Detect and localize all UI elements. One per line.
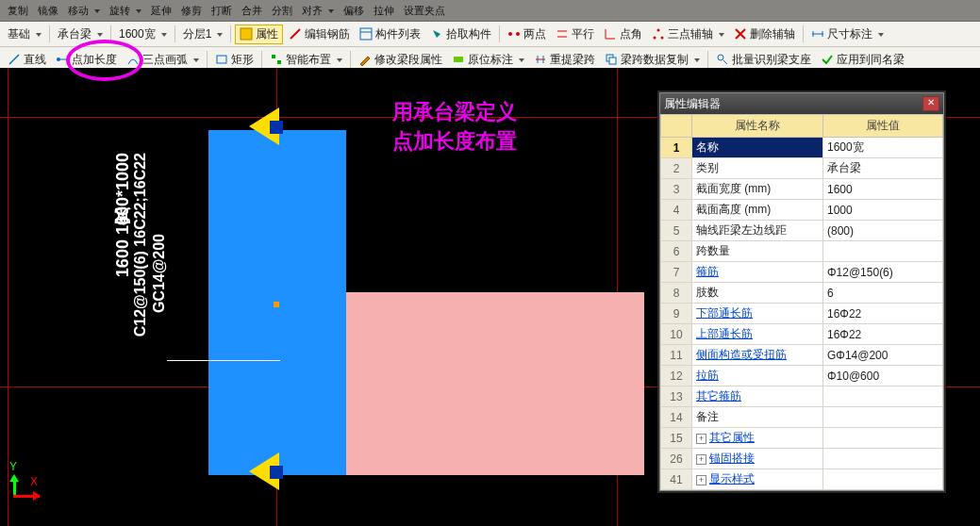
row-name: 截面宽度 (mm) [692, 179, 823, 200]
property-row[interactable]: 13其它箍筋 [661, 386, 943, 407]
btn-line[interactable]: 直线 [4, 51, 50, 69]
row-value[interactable] [823, 428, 943, 449]
tb0-item[interactable]: 偏移 [340, 3, 368, 19]
grip-handle[interactable] [270, 121, 283, 134]
row-value[interactable]: GΦ14@200 [823, 345, 943, 366]
property-row[interactable]: 5轴线距梁左边线距(800) [661, 221, 943, 241]
property-row[interactable]: 10上部通长筋16Φ22 [661, 324, 943, 345]
btn-parallel[interactable]: 平行 [552, 25, 598, 43]
property-row[interactable]: 2类别承台梁 [661, 158, 943, 179]
property-row[interactable]: 6跨数量 [661, 241, 943, 262]
row-value[interactable]: 1600 [823, 179, 943, 200]
dd-foundation[interactable]: 基础 [4, 25, 45, 43]
property-row[interactable]: 15+其它属性 [661, 428, 943, 449]
svg-point-7 [654, 37, 656, 40]
property-row[interactable]: 41+显示样式 [661, 469, 943, 490]
x-axis-label: X [30, 475, 38, 488]
grip-handle[interactable] [270, 466, 283, 479]
row-index: 26 [661, 449, 692, 469]
center-handle[interactable] [274, 302, 279, 307]
tb0-item[interactable]: 设置夹点 [400, 3, 449, 19]
row-name: 其它箍筋 [692, 386, 823, 407]
dd-width[interactable]: 1600宽 [115, 25, 171, 43]
property-row[interactable]: 11侧面构造或受扭筋GΦ14@200 [661, 345, 943, 366]
tb0-item[interactable]: 合并 [238, 3, 266, 19]
tb0-item[interactable]: 移动 [64, 3, 104, 19]
tb0-item[interactable]: 复制 [4, 3, 32, 19]
btn-member-list[interactable]: 构件列表 [356, 25, 424, 43]
property-row[interactable]: 7箍筋Φ12@150(6) [661, 262, 943, 283]
x-axis-arrow [13, 495, 40, 498]
expand-icon[interactable]: + [696, 454, 706, 465]
btn-batch-identify[interactable]: 批量识别梁支座 [712, 51, 815, 69]
panel-titlebar[interactable]: 属性编辑器 ✕ [660, 93, 943, 114]
svg-rect-1 [360, 28, 372, 40]
close-button[interactable]: ✕ [922, 96, 939, 111]
btn-threepoint-aux[interactable]: 三点辅轴 [648, 25, 728, 43]
btn-twopoint[interactable]: 两点 [504, 25, 550, 43]
row-value[interactable] [823, 241, 943, 262]
svg-rect-16 [217, 56, 226, 63]
row-value[interactable]: Φ10@600 [823, 366, 943, 386]
row-value[interactable]: 1000 [823, 200, 943, 221]
tb0-item[interactable]: 延伸 [147, 3, 175, 19]
batch-icon [716, 53, 729, 66]
row-value[interactable]: 6 [823, 283, 943, 304]
expand-icon[interactable]: + [696, 475, 706, 485]
property-row[interactable]: 3截面宽度 (mm)1600 [661, 179, 943, 200]
property-editor-panel[interactable]: 属性编辑器 ✕ 属性名称 属性值 1名称1600宽2类别承台梁3截面宽度 (mm… [659, 92, 944, 491]
tb0-item[interactable]: 打断 [208, 3, 236, 19]
property-table: 属性名称 属性值 1名称1600宽2类别承台梁3截面宽度 (mm)16004截面… [660, 114, 943, 490]
row-value[interactable] [823, 449, 943, 469]
tb0-item[interactable]: 分割 [268, 3, 296, 19]
col-value: 属性值 [823, 115, 943, 138]
tb0-item[interactable]: 旋转 [106, 3, 145, 19]
btn-smart[interactable]: 智能布置 [266, 51, 346, 69]
btn-copy-span[interactable]: 梁跨数据复制 [601, 51, 704, 69]
tb0-item[interactable]: 拉伸 [370, 3, 398, 19]
tb0-item[interactable]: 镜像 [34, 3, 62, 19]
property-row[interactable]: 26+锚固搭接 [661, 449, 943, 469]
row-value[interactable]: 16Φ22 [823, 324, 943, 345]
property-row[interactable]: 12拉筋Φ10@600 [661, 366, 943, 386]
btn-rect[interactable]: 矩形 [211, 51, 257, 69]
btn-angle[interactable]: 点角 [600, 25, 646, 43]
btn-respan[interactable]: 重提梁跨 [530, 51, 599, 69]
tb0-item[interactable]: 对齐 [298, 3, 338, 19]
property-row[interactable]: 4截面高度 (mm)1000 [661, 200, 943, 221]
row-value[interactable]: Φ12@150(6) [823, 262, 943, 283]
axis-line-v [8, 68, 8, 526]
row-value[interactable] [823, 386, 943, 407]
property-row[interactable]: 9下部通长筋16Φ22 [661, 304, 943, 324]
btn-property[interactable]: 属性 [235, 25, 283, 44]
property-row[interactable]: 8肢数6 [661, 283, 943, 304]
svg-point-25 [718, 55, 723, 60]
annotation-text: 用承台梁定义点加长度布置 [392, 98, 517, 156]
row-value[interactable]: 16Φ22 [823, 304, 943, 324]
btn-dimension[interactable]: 尺寸标注 [807, 25, 888, 43]
expand-icon[interactable]: + [696, 434, 706, 444]
row-value[interactable]: 1600宽 [823, 138, 943, 158]
row-value[interactable]: 承台梁 [823, 158, 943, 179]
svg-point-14 [57, 58, 60, 61]
row-name: 轴线距梁左边线距 [692, 221, 823, 241]
btn-edit-span[interactable]: 修改梁段属性 [355, 51, 446, 69]
row-name: 下部通长筋 [692, 304, 823, 324]
btn-edit-rebar[interactable]: 编辑钢筋 [285, 25, 354, 43]
btn-inplace[interactable]: 原位标注 [448, 51, 528, 69]
row-value[interactable] [823, 469, 943, 490]
row-index: 14 [661, 407, 692, 428]
btn-apply-same[interactable]: 应用到同名梁 [817, 51, 908, 69]
dd-layer[interactable]: 分层1 [179, 25, 227, 43]
property-row[interactable]: 1名称1600宽 [661, 138, 943, 158]
smart-icon [270, 53, 283, 66]
row-index: 8 [661, 283, 692, 304]
tb0-item[interactable]: 修剪 [177, 3, 206, 19]
property-row[interactable]: 14备注 [661, 407, 943, 428]
row-value[interactable]: (800) [823, 221, 943, 241]
toolbar-category: 基础 承台梁 1600宽 分层1 属性 编辑钢筋 构件列表 拾取构件 两点 平行… [0, 22, 980, 47]
row-value[interactable] [823, 407, 943, 428]
btn-pick[interactable]: 拾取构件 [426, 25, 495, 43]
row-index: 11 [661, 345, 692, 366]
btn-del-aux[interactable]: 删除辅轴 [730, 25, 799, 43]
